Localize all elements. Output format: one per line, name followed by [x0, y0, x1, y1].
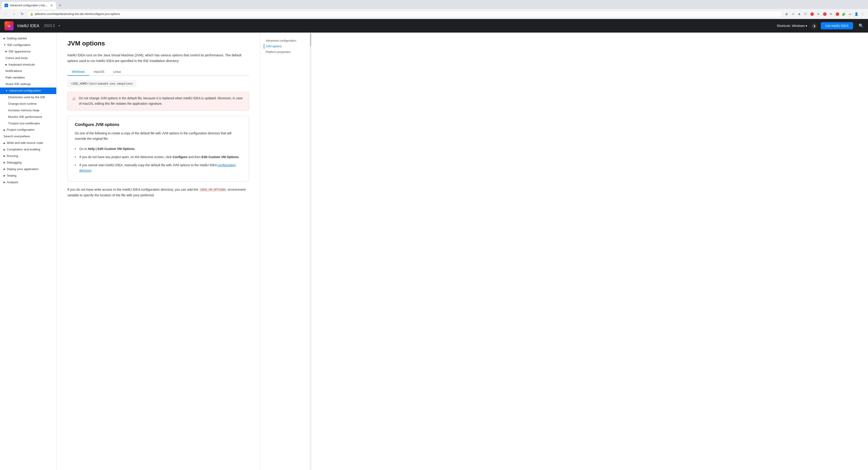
- sidebar-item-write-and-edit[interactable]: ▶ Write and edit source code: [0, 140, 56, 146]
- tab-windows[interactable]: Windows: [67, 68, 89, 76]
- shortcuts-button[interactable]: Shortcuts: Windows ▾: [777, 24, 807, 28]
- sidebar-item-getting-started[interactable]: ▶ Getting started: [0, 35, 56, 42]
- new-tab-button[interactable]: +: [57, 2, 63, 8]
- sidebar-item-testing[interactable]: ▶ Testing: [0, 173, 56, 179]
- bullet-item-1: Go to Help | Edit Custom VM Options.: [75, 145, 242, 153]
- configuration-directory-link[interactable]: configuration directory: [79, 163, 236, 172]
- sidebar-item-label: Getting started: [7, 36, 27, 41]
- toc-item-jvm-options[interactable]: JVM options: [264, 43, 306, 49]
- code-path: <IDE_HOME>\bin\idea64.exe.vmoptions: [67, 80, 136, 87]
- version-dropdown[interactable]: ▾: [59, 24, 60, 27]
- extension-icon-2[interactable]: ✕: [815, 11, 821, 17]
- lock-icon: 🔒: [30, 12, 33, 16]
- sidebar-item-label: Share IDE settings: [5, 82, 31, 86]
- sidebar-item-notifications[interactable]: Notifications: [0, 68, 56, 75]
- configure-intro: Do one of the following to create a copy…: [75, 131, 242, 142]
- extension-icon-1[interactable]: 🔴: [809, 11, 815, 17]
- page-title: JVM options: [67, 40, 249, 47]
- sidebar-item-compilation-and-building[interactable]: ▶ Compilation and building: [0, 146, 56, 153]
- sidebar-item-ide-appearance[interactable]: ▶ IDE appearance: [0, 49, 56, 55]
- configure-bullets: Go to Help | Edit Custom VM Options. If …: [75, 145, 242, 175]
- sidebar-item-label: Trusted root certificates: [8, 121, 40, 126]
- sidebar-item-ide-configuration[interactable]: ▼ IDE configuration: [0, 42, 56, 49]
- intro-paragraph: IntelliJ IDEA runs on the Java Virtual M…: [67, 53, 249, 64]
- sidebar-toggle-icon[interactable]: ▭: [847, 11, 852, 17]
- sidebar-item-label: Compilation and building: [7, 147, 40, 152]
- chevron-right-icon: ▶: [4, 37, 5, 40]
- search-button[interactable]: 🔍: [859, 23, 864, 28]
- sidebar-item-label: Analysis: [7, 180, 18, 184]
- sidebar-item-label: Path variables: [5, 76, 25, 80]
- sidebar-item-path-variables[interactable]: Path variables: [0, 75, 56, 81]
- warning-box: ⚠ Do not change JVM options in the defau…: [67, 92, 249, 110]
- sidebar-item-label: Change boot runtime: [8, 102, 37, 106]
- back-button[interactable]: ←: [3, 11, 9, 17]
- screenshot-icon[interactable]: ⊕: [784, 11, 789, 17]
- right-scrollbar[interactable]: [310, 33, 311, 470]
- tab-linux[interactable]: Linux: [109, 68, 125, 76]
- footer-code: IDEA_VM_OPTIONS: [199, 188, 227, 192]
- forward-button[interactable]: →: [11, 11, 17, 17]
- sidebar-item-label: Deploy your application: [7, 167, 38, 171]
- sidebar-item-label: Debugging: [7, 160, 22, 165]
- scrollbar-thumb: [310, 33, 311, 47]
- menu-icon[interactable]: ⋮: [860, 11, 865, 17]
- tab-favicon: J: [4, 4, 8, 7]
- address-bar[interactable]: 🔒 jetbrains.com/help/idea/tuning-the-ide…: [27, 11, 782, 17]
- chevron-down-icon: ▼: [4, 43, 6, 47]
- sidebar-item-keyboard-shortcuts[interactable]: ▶ Keyboard shortcuts: [0, 61, 56, 68]
- svg-text:J: J: [6, 4, 7, 6]
- active-tab[interactable]: J Advanced configuration | IntelliJ ID… …: [2, 2, 56, 9]
- sidebar-item-search-everywhere[interactable]: Search everywhere: [0, 133, 56, 140]
- chevron-right-icon: ▶: [5, 50, 7, 53]
- sidebar-item-project-configuration[interactable]: ▶ Project configuration: [0, 127, 56, 133]
- nav-actions: ⊕ ↗ ★ 🛡 🔴 ✕ 🔴 ✕ 🔴 🧩 ▭ 👤 ⋮: [784, 11, 865, 17]
- sidebar-item-increase-memory-heap[interactable]: Increase memory heap: [0, 107, 56, 114]
- sidebar-item-change-boot-runtime[interactable]: Change boot runtime: [0, 101, 56, 107]
- sidebar-item-analysis[interactable]: ▶ Analysis: [0, 179, 56, 186]
- footer-paragraph: If you do not have write access to the I…: [67, 187, 249, 198]
- bold-edit-custom-vm: Edit Custom VM Options: [202, 155, 239, 159]
- sidebar-item-share-ide-settings[interactable]: Share IDE settings: [0, 81, 56, 88]
- sidebar-item-label: Increase memory heap: [8, 108, 39, 113]
- sidebar-item-deploy-your-application[interactable]: ▶ Deploy your application: [0, 166, 56, 173]
- shortcuts-label: Shortcuts: Windows: [777, 24, 805, 28]
- shield-icon[interactable]: 🛡: [803, 11, 808, 17]
- toc-item-platform-properties[interactable]: Platform properties: [264, 49, 306, 55]
- browser-chrome: J Advanced configuration | IntelliJ ID… …: [0, 0, 868, 19]
- main-content: JVM options IntelliJ IDEA runs on the Ja…: [57, 33, 260, 470]
- shortcuts-dropdown-icon: ▾: [806, 24, 807, 28]
- sidebar-item-label: Colors and fonts: [5, 56, 28, 60]
- sidebar-item-running[interactable]: ▶ Running: [0, 153, 56, 159]
- extension-icon-3[interactable]: 🔴: [822, 11, 827, 17]
- theme-toggle-button[interactable]: ◑: [811, 23, 817, 29]
- chevron-right-icon: ▶: [4, 181, 5, 184]
- configure-box: Configure JVM options Do one of the foll…: [67, 116, 249, 181]
- toc-item-advanced-configuration[interactable]: Advanced configuration: [264, 38, 306, 43]
- get-idea-button[interactable]: Get IntelliJ IDEA: [821, 22, 853, 29]
- profile-icon[interactable]: 👤: [854, 11, 859, 17]
- configure-title: Configure JVM options: [75, 122, 242, 127]
- reload-button[interactable]: ↻: [19, 11, 25, 17]
- sidebar-item-label: Search everywhere: [4, 134, 30, 139]
- sidebar-item-debugging[interactable]: ▶ Debugging: [0, 159, 56, 166]
- sidebar-item-label: Write and edit source code: [7, 141, 43, 145]
- right-toc: Advanced configuration JVM options Platf…: [260, 33, 310, 470]
- tab-macos[interactable]: macOS: [89, 68, 109, 76]
- sidebar-item-monitor-ide-performance[interactable]: Monitor IDE performance: [0, 114, 56, 120]
- sidebar-item-colors-and-fonts[interactable]: Colors and fonts: [0, 55, 56, 61]
- extension-icon-5[interactable]: 🔴: [835, 11, 840, 17]
- sidebar-item-directories-used[interactable]: Directories used by the IDE: [0, 94, 56, 101]
- sidebar-item-trusted-root-certificates[interactable]: Trusted root certificates: [0, 120, 56, 127]
- main-layout: ▶ Getting started ▼ IDE configuration ▶ …: [0, 33, 868, 470]
- sidebar-item-label: Keyboard shortcuts: [8, 63, 35, 67]
- extension-icon-4[interactable]: ✕: [828, 11, 834, 17]
- tab-close-button[interactable]: ✕: [50, 4, 53, 7]
- bullet-item-3: If you cannot start IntelliJ IDEA, manua…: [75, 161, 242, 175]
- jb-logo: IJ: [4, 21, 13, 30]
- share-icon[interactable]: ↗: [790, 11, 796, 17]
- puzzle-icon[interactable]: 🧩: [841, 11, 846, 17]
- sidebar-item-advanced-configuration[interactable]: ▼ Advanced configuration: [0, 88, 56, 94]
- warning-text: Do not change JVM options in the default…: [79, 96, 244, 107]
- bookmark-icon[interactable]: ★: [797, 11, 802, 17]
